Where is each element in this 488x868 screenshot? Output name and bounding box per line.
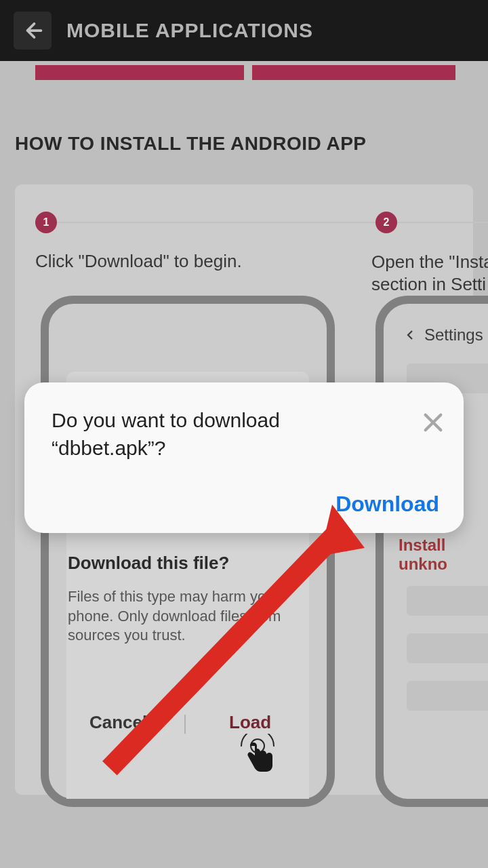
settings-row[interactable]: Settings [404,326,483,344]
install-unknown-label: Install unkno [399,536,488,574]
phone-mock-step-1 [41,296,335,807]
page-title: MOBILE APPLICATIONS [66,19,313,42]
step-connector [57,222,488,223]
inner-dialog-divider [184,715,186,734]
inner-dialog-load[interactable]: Load [229,712,271,733]
section-heading: HOW TO INSTALL THE ANDROID APP [15,133,366,155]
modal-download-button[interactable]: Download [336,492,439,517]
settings-list-item [407,633,488,663]
modal-close-button[interactable] [422,411,445,434]
settings-list-item [407,681,488,711]
cta-button-2[interactable] [252,65,455,80]
inner-dialog-body: Files of this type may harm your phone. … [68,587,285,646]
arrow-left-icon [22,20,43,41]
modal-message: Do you want to download “dbbet.apk”? [52,407,390,462]
inner-dialog-cancel[interactable]: Cancel [89,712,147,733]
step-2-text: Open the "Insta section in Setti [371,251,488,295]
inner-dialog-title: Download this file? [68,553,229,574]
chevron-left-icon [404,329,416,341]
download-modal: Do you want to download “dbbet.apk”? Dow… [24,382,464,533]
tap-indicator-icon [237,734,278,777]
close-icon [422,411,445,434]
step-badge-1: 1 [35,212,57,233]
settings-label: Settings [424,326,483,344]
back-button[interactable] [14,12,52,50]
app-bar: MOBILE APPLICATIONS [0,0,488,61]
cta-button-1[interactable] [35,65,244,80]
settings-list-item [407,586,488,616]
step-1-text: Click "Download" to begin. [35,251,242,272]
step-badge-2: 2 [375,212,397,233]
